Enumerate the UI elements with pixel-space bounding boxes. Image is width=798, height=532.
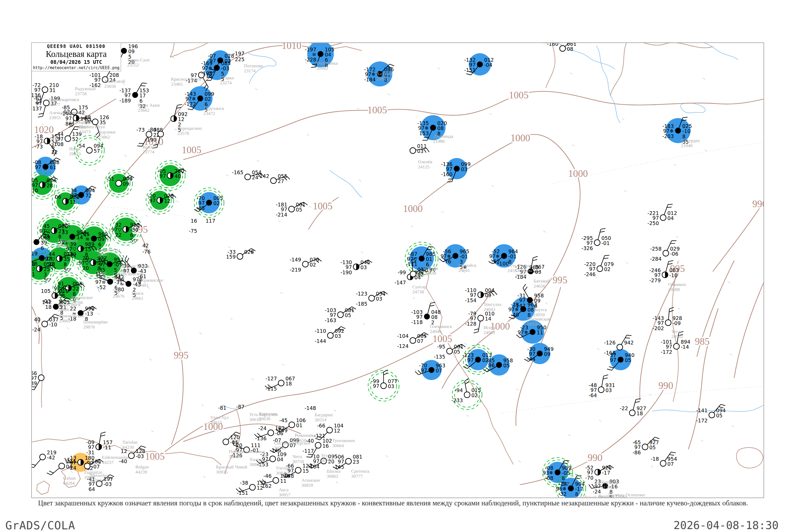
svg-text:-189: -189 xyxy=(119,98,131,103)
svg-text:17: 17 xyxy=(26,245,32,251)
svg-text:-250: -250 xyxy=(647,220,659,226)
svg-text:5▽: 5▽ xyxy=(44,277,51,283)
placename: Батамай xyxy=(534,278,550,284)
svg-text:-76: -76 xyxy=(443,259,451,264)
svg-text:03: 03 xyxy=(360,264,367,270)
svg-text:97: 97 xyxy=(345,264,352,270)
svg-text:-141: -141 xyxy=(696,407,707,413)
station-plot: 120-05 xyxy=(223,432,240,445)
placename: Чокурдах xyxy=(681,138,700,143)
svg-text:31: 31 xyxy=(49,87,56,93)
svg-text:96: 96 xyxy=(488,362,495,368)
svg-text:≋: ≋ xyxy=(86,236,90,242)
svg-text:03: 03 xyxy=(376,296,382,302)
svg-text:17: 17 xyxy=(139,93,146,98)
svg-text:97: 97 xyxy=(32,182,38,188)
svg-text:97: 97 xyxy=(587,240,593,246)
station-plot: -0697-14508123 xyxy=(333,454,362,470)
placename: Пономарёво xyxy=(83,319,108,324)
svg-text:-17: -17 xyxy=(602,470,610,476)
svg-text:32: 32 xyxy=(51,149,58,155)
svg-text:-135: -135 xyxy=(434,354,445,360)
svg-text:97: 97 xyxy=(658,320,664,326)
svg-text:09: 09 xyxy=(544,351,550,357)
placename-id: 30823 xyxy=(210,420,222,425)
svg-text:-233: -233 xyxy=(451,397,463,403)
svg-text:-75: -75 xyxy=(189,228,197,234)
placename-id: 24641 xyxy=(458,268,470,273)
placename-id: 30957 xyxy=(279,492,290,497)
svg-text:27: 27 xyxy=(278,178,284,184)
svg-text:40: 40 xyxy=(34,317,40,322)
svg-text:06: 06 xyxy=(55,194,61,200)
placename-id: 23758 xyxy=(75,91,87,96)
svg-text:97: 97 xyxy=(57,136,63,142)
placename-id: 24951 xyxy=(483,330,495,335)
placename: Романовка xyxy=(295,433,316,438)
svg-text:07: 07 xyxy=(667,461,674,467)
placename-id: 24843 xyxy=(483,307,495,312)
placename: Туруханск xyxy=(204,106,224,111)
map-number-label: 42 xyxy=(142,243,149,248)
svg-text:-86: -86 xyxy=(632,450,641,455)
svg-text:97: 97 xyxy=(666,344,672,349)
placename: Дзержинское xyxy=(137,278,163,283)
svg-text:97: 97 xyxy=(416,314,423,320)
placename: Якутск xyxy=(533,307,547,312)
svg-text:01: 01 xyxy=(426,256,432,262)
placename-id: 44239 xyxy=(135,469,147,475)
map-title: Кольцевая карта xyxy=(46,50,107,58)
placename: Сосново-Озерское xyxy=(274,440,311,445)
svg-text:-32: -32 xyxy=(558,491,567,497)
svg-text:18: 18 xyxy=(45,304,52,310)
svg-text:-202: -202 xyxy=(652,325,664,331)
svg-text:97❄: 97❄ xyxy=(518,329,528,335)
svg-text:97: 97 xyxy=(65,115,72,121)
svg-text:-185: -185 xyxy=(356,301,367,307)
svg-text:-01: -01 xyxy=(460,253,468,259)
map-datetime: 08/04/2026 15 UTC xyxy=(50,59,102,65)
placename-id: 24856 xyxy=(527,321,538,327)
placename: Покровская xyxy=(527,316,550,322)
placename: Сретенск xyxy=(351,469,370,474)
station-plot: -22097-24607902 xyxy=(584,255,614,277)
placename: Шилка xyxy=(327,469,341,474)
svg-text:97: 97 xyxy=(594,483,601,489)
svg-text:-123: -123 xyxy=(356,291,367,297)
svg-text:93❄: 93❄ xyxy=(543,470,553,476)
station-plot: 01103 xyxy=(410,143,429,154)
svg-text:09: 09 xyxy=(128,49,135,54)
placename-id: 31348 xyxy=(601,484,613,490)
svg-text:52: 52 xyxy=(72,136,78,142)
svg-text:97▽: 97▽ xyxy=(39,228,50,234)
placename: Улеты xyxy=(276,465,288,471)
placename-id: 30664 xyxy=(332,443,344,448)
placename-id: 43473 xyxy=(79,129,91,134)
svg-text:3: 3 xyxy=(44,271,47,278)
svg-text:-124: -124 xyxy=(397,343,408,349)
svg-text:04: 04 xyxy=(325,52,331,57)
placename-id: 23955 xyxy=(49,115,61,120)
svg-text:97❄: 97❄ xyxy=(185,96,196,101)
svg-text:02: 02 xyxy=(417,271,424,278)
placename-id: 30758 xyxy=(292,459,304,464)
svg-text:97: 97 xyxy=(529,351,535,357)
placename: Волочанка xyxy=(317,60,338,66)
placename: Оймякон xyxy=(668,282,686,287)
svg-text:-214: -214 xyxy=(276,212,287,217)
svg-text:04: 04 xyxy=(277,456,283,462)
placename: Хатанга xyxy=(376,71,392,76)
placename: Усть-Тумус xyxy=(508,263,530,268)
svg-text:28: 28 xyxy=(46,183,53,188)
svg-text:97: 97 xyxy=(36,100,42,106)
bulletin-code: QEEE98 UAOL 081500 xyxy=(47,44,105,49)
placename: Багдарин xyxy=(315,412,333,417)
placename: Galuut xyxy=(63,475,76,481)
station-plot: -104-12406507 xyxy=(397,332,428,349)
placename: Ермаковское xyxy=(59,313,84,318)
station-plot: -33159028 xyxy=(226,248,255,260)
svg-text:-05: -05 xyxy=(230,439,238,445)
placename-id: 23774 xyxy=(142,149,154,155)
placename-id: 29661 xyxy=(132,296,144,301)
svg-text:07: 07 xyxy=(417,338,423,344)
